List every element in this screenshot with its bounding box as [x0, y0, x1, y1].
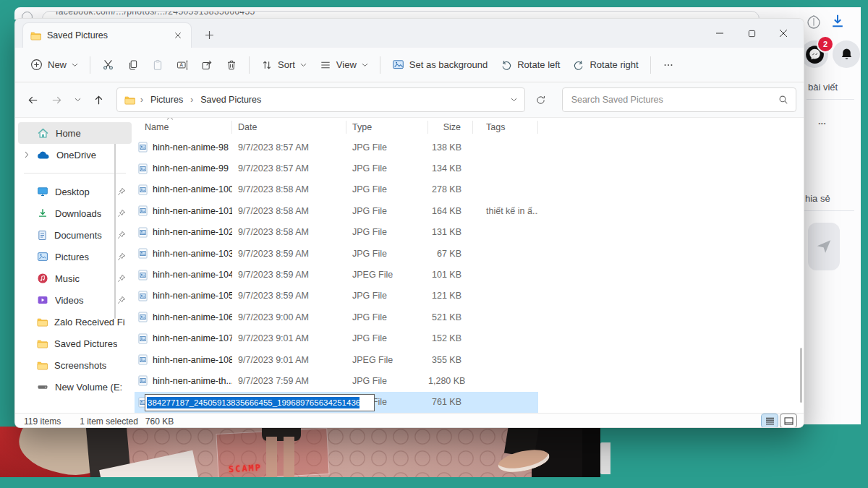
sidebar-item-saved-pictures[interactable]: Saved Pictures — [18, 333, 132, 354]
refresh-button[interactable] — [531, 90, 550, 110]
sidebar-item-zalo-received-fi[interactable]: Zalo Received Fi — [18, 311, 132, 333]
share-icon — [201, 59, 213, 71]
close-button[interactable] — [767, 22, 799, 45]
table-row[interactable]: JPG File 761 KB 384277187_24505913835666… — [135, 392, 804, 413]
address-bar[interactable]: › Pictures › Saved Pictures — [116, 87, 525, 112]
table-row[interactable]: hinh-nen-anime-104 9/7/2023 8:59 AM JPEG… — [135, 264, 804, 285]
address-dropdown-chevron[interactable] — [511, 98, 517, 102]
command-bar: New A Sort View Set as background Rotate… — [15, 48, 804, 82]
rename-button[interactable]: A — [170, 55, 195, 75]
explorer-tab[interactable]: Saved Pictures — [22, 22, 192, 48]
new-icon — [30, 59, 43, 71]
selection-size: 760 KB — [145, 416, 174, 427]
new-button[interactable]: New — [24, 54, 85, 75]
table-row[interactable]: hinh-nen-anime-101 9/7/2023 8:58 AM JPG … — [135, 200, 804, 221]
recent-locations-chevron[interactable] — [70, 93, 85, 106]
file-date: 9/7/2023 9:00 AM — [232, 312, 346, 322]
back-button[interactable] — [22, 90, 43, 111]
sidebar-item-home[interactable]: Home — [18, 122, 132, 144]
sidebar-item-label: Videos — [55, 295, 84, 306]
column-header-tags[interactable]: Tags — [473, 121, 538, 134]
rotate-left-button[interactable]: Rotate left — [494, 55, 566, 75]
image-file-icon — [138, 142, 148, 153]
set-background-button[interactable]: Set as background — [386, 54, 494, 75]
sidebar-item-downloads[interactable]: Downloads — [18, 202, 132, 224]
tab-close-icon[interactable] — [172, 30, 184, 41]
sidebar-item-screenshots[interactable]: Screenshots — [18, 354, 132, 376]
view-button[interactable]: View — [313, 55, 375, 75]
sidebar-item-pictures[interactable]: Pictures — [18, 246, 132, 267]
file-type: JPEG File — [346, 270, 428, 280]
table-row[interactable]: hinh-nen-anime-th... 9/7/2023 7:59 AM JP… — [135, 370, 804, 391]
maximize-button[interactable] — [736, 22, 767, 45]
sidebar-item-videos[interactable]: Videos — [18, 289, 132, 311]
table-row[interactable]: hinh-nen-anime-108 9/7/2023 9:01 AM JPEG… — [135, 349, 804, 370]
messenger-badge: 2 — [817, 35, 834, 53]
up-button[interactable] — [88, 90, 109, 111]
table-row[interactable]: hinh-nen-anime-107 9/7/2023 9:01 AM JPG … — [135, 328, 804, 349]
share-button[interactable] — [195, 55, 219, 75]
search-box[interactable] — [562, 87, 796, 112]
forward-button[interactable] — [46, 90, 67, 111]
delete-button[interactable] — [219, 55, 244, 75]
chevron-right-icon[interactable] — [25, 151, 29, 158]
minimize-button[interactable] — [704, 22, 736, 45]
sign-text: SCAMP — [229, 463, 263, 474]
pin-icon — [117, 209, 126, 218]
sort-button[interactable]: Sort — [255, 55, 313, 75]
column-header-type[interactable]: Type — [346, 121, 428, 134]
image-file-icon — [138, 375, 148, 386]
more-options[interactable]: ... — [818, 116, 826, 127]
notifications-button[interactable] — [833, 40, 860, 68]
file-type: JPG File — [346, 142, 428, 153]
send-button[interactable] — [808, 223, 840, 270]
file-name: hinh-nen-anime-98 — [153, 142, 229, 153]
rename-input[interactable]: 384277187_24505913835666455_199689765634… — [145, 394, 375, 411]
rotate-left-label: Rotate left — [517, 59, 560, 70]
sidebar-item-music[interactable]: Music — [18, 267, 132, 289]
list-scrollbar[interactable] — [800, 348, 802, 403]
sidebar-item-onedrive[interactable]: OneDrive — [18, 144, 132, 166]
file-name: hinh-nen-anime-th... — [153, 376, 232, 386]
sidebar-item-desktop[interactable]: Desktop — [18, 181, 132, 202]
browser-url: facebook.com/.../photos/.../245059138356… — [56, 11, 255, 17]
table-row[interactable]: hinh-nen-anime-103 9/7/2023 8:59 AM JPG … — [135, 243, 804, 264]
thumbnail-view-toggle[interactable] — [780, 414, 796, 427]
gray-notch — [600, 442, 610, 474]
sidebar-item-label: Zalo Received Fi — [54, 317, 125, 328]
table-row[interactable]: hinh-nen-anime-100 9/7/2023 8:58 AM JPG … — [135, 179, 804, 200]
paste-button[interactable] — [145, 55, 170, 75]
breadcrumb-saved-pictures[interactable]: Saved Pictures — [198, 93, 263, 106]
file-size: 67 KB — [428, 249, 473, 259]
table-row[interactable]: hinh-nen-anime-105 9/7/2023 8:59 AM JPG … — [135, 286, 804, 307]
image-file-icon — [138, 248, 148, 259]
column-header-date[interactable]: Date — [232, 121, 346, 134]
search-input[interactable] — [570, 94, 778, 106]
column-header-size[interactable]: Size — [428, 121, 473, 134]
rotate-right-button[interactable]: Rotate right — [566, 55, 644, 75]
image-file-icon — [138, 291, 148, 301]
file-date: 9/7/2023 9:01 AM — [232, 355, 346, 365]
extension-icon[interactable] — [807, 14, 821, 29]
image-file-icon — [138, 205, 148, 216]
set-background-icon — [392, 59, 404, 71]
sidebar-item-label: Music — [55, 273, 80, 284]
cut-button[interactable] — [95, 54, 121, 75]
copy-button[interactable] — [121, 55, 145, 75]
download-icon[interactable] — [830, 13, 846, 29]
column-header-name[interactable]: Name — [135, 121, 232, 134]
sidebar-item-new-volume-e[interactable]: New Volume (E: — [18, 376, 132, 398]
file-date: 9/7/2023 8:57 AM — [232, 163, 346, 174]
table-row[interactable]: hinh-nen-anime-99 9/7/2023 8:57 AM JPG F… — [135, 158, 804, 179]
sidebar-item-documents[interactable]: Documents — [18, 224, 132, 246]
new-tab-button[interactable] — [203, 29, 216, 41]
details-view-toggle[interactable] — [762, 414, 778, 427]
table-row[interactable]: hinh-nen-anime-98 9/7/2023 8:57 AM JPG F… — [135, 137, 804, 158]
chevron-down-icon — [72, 63, 78, 67]
table-row[interactable]: hinh-nen-anime-106 9/7/2023 9:00 AM JPG … — [135, 307, 804, 328]
table-row[interactable]: hinh-nen-anime-102 9/7/2023 8:58 AM JPG … — [135, 222, 804, 243]
folder-icon — [124, 95, 135, 106]
divider — [380, 56, 380, 74]
breadcrumb-pictures[interactable]: Pictures — [148, 93, 185, 106]
see-more-button[interactable] — [656, 55, 681, 75]
